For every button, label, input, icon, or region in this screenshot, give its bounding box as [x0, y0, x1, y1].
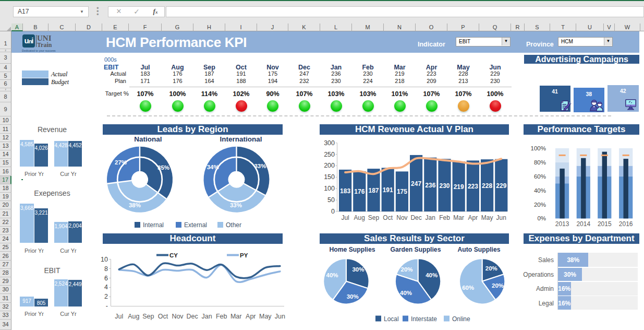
svg-text:300: 300 — [324, 139, 335, 147]
svg-text:Local: Local — [384, 315, 399, 323]
svg-text:National: National — [134, 135, 162, 143]
svg-text:2013: 2013 — [555, 220, 569, 228]
svg-text:2014: 2014 — [576, 220, 590, 228]
svg-text:50: 50 — [327, 196, 335, 204]
svg-text:Oct: Oct — [158, 313, 168, 320]
svg-text:100: 100 — [324, 185, 335, 192]
svg-text:Nov: Nov — [396, 214, 407, 221]
svg-text:80%: 80% — [534, 159, 546, 166]
svg-text:Jun: Jun — [275, 313, 285, 320]
svg-text:Jan: Jan — [202, 313, 212, 320]
svg-text:Feb: Feb — [439, 214, 450, 221]
svg-text:International: International — [220, 135, 262, 143]
svg-text:100%: 100% — [531, 145, 546, 151]
svg-text:Sep: Sep — [368, 214, 380, 221]
svg-text:20%: 20% — [400, 266, 412, 273]
svg-text:Aug: Aug — [354, 214, 365, 221]
svg-text:Online: Online — [452, 315, 470, 323]
svg-text:2: 2 — [104, 293, 108, 300]
svg-text:38%: 38% — [129, 202, 141, 208]
svg-text:34%: 34% — [207, 164, 219, 170]
svg-text:Garden Supplies: Garden Supplies — [391, 246, 441, 253]
svg-text:40%: 40% — [426, 272, 438, 278]
svg-text:Dec: Dec — [186, 313, 198, 320]
svg-text:228: 228 — [482, 182, 492, 190]
svg-text:-: - — [106, 302, 108, 310]
svg-text:Apr: Apr — [246, 313, 256, 320]
svg-text:6: 6 — [104, 275, 108, 282]
svg-text:Sep: Sep — [142, 313, 154, 320]
svg-text:0%: 0% — [537, 215, 546, 221]
svg-text:40%: 40% — [326, 272, 338, 278]
svg-text:191: 191 — [383, 186, 393, 194]
svg-text:External: External — [184, 221, 207, 229]
svg-text:Apr: Apr — [468, 214, 478, 221]
svg-text:8: 8 — [104, 265, 108, 273]
svg-text:Internal: Internal — [143, 221, 164, 229]
svg-text:200: 200 — [324, 162, 335, 169]
svg-text:250: 250 — [324, 151, 335, 158]
svg-text:Nov: Nov — [172, 313, 184, 320]
svg-text:Home Supplies: Home Supplies — [329, 246, 375, 253]
svg-text:183: 183 — [340, 187, 350, 195]
svg-text:May: May — [259, 313, 272, 320]
svg-text:60%: 60% — [534, 173, 546, 180]
svg-text:10: 10 — [101, 256, 108, 263]
svg-text:187: 187 — [368, 187, 379, 194]
svg-text:Oct: Oct — [383, 214, 393, 221]
svg-text:Other: Other — [226, 221, 241, 229]
svg-text:2015: 2015 — [598, 220, 612, 228]
svg-text:CY: CY — [169, 252, 178, 258]
svg-text:40%: 40% — [534, 187, 546, 194]
svg-text:Mar: Mar — [230, 313, 242, 320]
svg-text:30%: 30% — [352, 266, 364, 273]
svg-text:20%: 20% — [534, 202, 546, 208]
svg-text:20%: 20% — [485, 265, 497, 272]
svg-text:Aug: Aug — [128, 313, 139, 320]
svg-text:247: 247 — [411, 180, 421, 187]
svg-text:PY: PY — [240, 252, 248, 258]
svg-text:223: 223 — [468, 183, 478, 190]
svg-text:230: 230 — [439, 182, 449, 190]
svg-text:Jul: Jul — [115, 313, 123, 320]
svg-text:236: 236 — [425, 182, 435, 189]
svg-text:229: 229 — [496, 182, 506, 190]
svg-text:60%: 60% — [462, 285, 474, 291]
svg-text:27%: 27% — [115, 159, 127, 166]
svg-text:176: 176 — [354, 188, 364, 195]
svg-text:20%: 20% — [492, 282, 504, 289]
svg-text:175: 175 — [397, 188, 407, 195]
svg-text:33%: 33% — [254, 163, 266, 169]
svg-text:Dec: Dec — [410, 214, 421, 221]
svg-text:150: 150 — [324, 173, 335, 181]
svg-text:30%: 30% — [347, 293, 359, 300]
svg-text:Feb: Feb — [216, 313, 227, 320]
svg-text:Jun: Jun — [496, 214, 506, 221]
svg-text:33%: 33% — [230, 202, 242, 208]
svg-text:Jan: Jan — [426, 214, 435, 221]
svg-text:Interstate: Interstate — [411, 315, 437, 323]
svg-text:Auto Supplies: Auto Supplies — [458, 246, 501, 253]
svg-text:2016: 2016 — [619, 220, 633, 228]
svg-text:May: May — [481, 214, 493, 221]
svg-text:0: 0 — [331, 208, 335, 215]
svg-text:219: 219 — [454, 183, 464, 191]
svg-text:Jul: Jul — [341, 214, 349, 221]
svg-text:40%: 40% — [400, 290, 412, 296]
svg-text:35%: 35% — [157, 164, 169, 171]
svg-text:4: 4 — [104, 284, 108, 291]
svg-text:Mar: Mar — [453, 214, 464, 221]
